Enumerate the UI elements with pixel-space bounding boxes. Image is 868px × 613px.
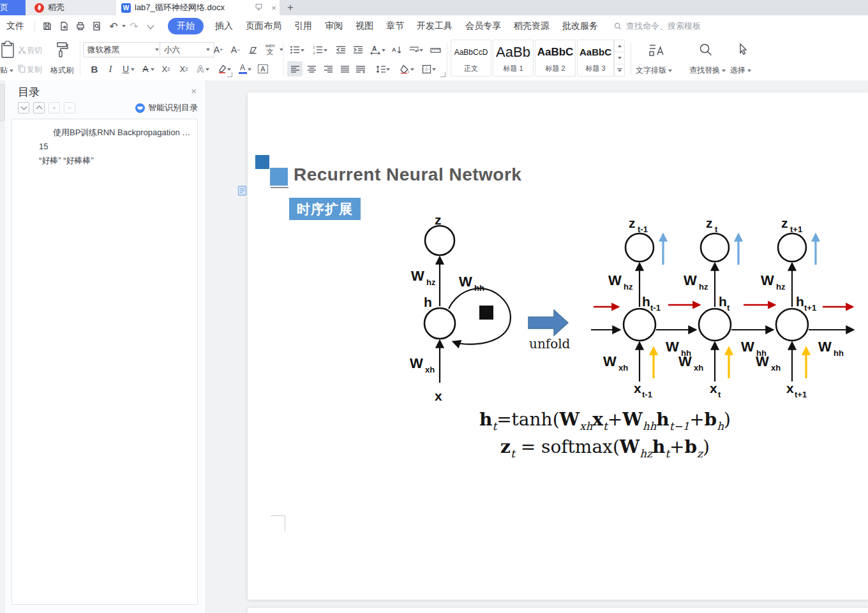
ribbon-tab-page-layout[interactable]: 页面布局: [246, 20, 281, 32]
tab-document[interactable]: W lab7_循环神经网络.docx ×: [116, 0, 280, 15]
format-painter-button[interactable]: 格式刷: [50, 65, 73, 76]
align-left-icon[interactable]: [287, 61, 303, 77]
clear-format-icon[interactable]: [245, 42, 260, 57]
sidebar-collapse-handle[interactable]: [0, 84, 5, 121]
tab-ruler-icon[interactable]: [428, 42, 443, 57]
toc-expand-icon[interactable]: +: [49, 102, 60, 114]
distribute-icon[interactable]: [353, 61, 368, 77]
more-commands-icon[interactable]: [143, 18, 158, 34]
paste-button[interactable]: 贴: [0, 65, 13, 76]
ribbon-tab-review[interactable]: 审阅: [325, 20, 343, 32]
select-tool-icon[interactable]: [734, 41, 752, 59]
save-icon[interactable]: [40, 18, 55, 34]
font-size-select[interactable]: 小六: [160, 42, 214, 57]
command-search[interactable]: 查找命令、搜索模板: [613, 20, 701, 32]
highlight-dropdown-icon[interactable]: [227, 68, 231, 71]
align-right-icon[interactable]: [320, 61, 336, 77]
strikethrough-dropdown-icon[interactable]: [151, 68, 154, 71]
increase-indent-icon[interactable]: [350, 42, 366, 57]
tab-home[interactable]: 首页: [0, 0, 26, 15]
close-tab-icon[interactable]: ×: [268, 3, 280, 13]
export-icon[interactable]: [56, 18, 71, 34]
tab-docer[interactable]: 稻壳: [26, 0, 116, 15]
grow-font-icon[interactable]: A+: [211, 42, 226, 57]
ribbon-tab-correction-service[interactable]: 批改服务: [562, 20, 598, 32]
bullet-dropdown-icon[interactable]: [301, 49, 304, 52]
docer-logo-icon: [34, 3, 44, 13]
pin-tab-icon[interactable]: [253, 3, 264, 13]
superscript-icon[interactable]: X2: [158, 61, 174, 77]
sort-icon[interactable]: A: [389, 42, 405, 57]
toc-next-heading-icon[interactable]: [18, 102, 29, 114]
character-border-icon[interactable]: A: [255, 61, 271, 77]
copy-button[interactable]: 复制: [27, 64, 42, 75]
font-dialog-launcher-icon[interactable]: [227, 72, 232, 77]
borders-dropdown-icon[interactable]: [432, 68, 436, 71]
style-heading3[interactable]: AaBbC 标题 3: [577, 40, 614, 77]
underline-dropdown-icon[interactable]: [131, 68, 135, 71]
paste-options-icon: [237, 185, 247, 196]
styles-scroll-up-icon[interactable]: [614, 40, 625, 52]
bold-icon[interactable]: B: [87, 61, 102, 77]
styles-more-icon[interactable]: [614, 64, 625, 77]
justify-icon[interactable]: [337, 61, 352, 77]
h-node-label: h: [796, 294, 804, 309]
toc-collapse-icon[interactable]: −: [64, 102, 75, 114]
window-tab-bar: 首页 稻壳 W lab7_循环神经网络.docx × +: [0, 0, 868, 15]
phonetic-guide-icon[interactable]: wén 文: [262, 41, 278, 57]
shrink-font-icon[interactable]: A−: [228, 42, 243, 57]
find-replace-icon[interactable]: [697, 41, 715, 59]
decrease-indent-icon[interactable]: [333, 42, 348, 57]
style-heading2-label: 标题 2: [545, 64, 565, 76]
select-tool-button[interactable]: 选择: [730, 65, 751, 76]
line-spacing-dropdown-icon[interactable]: [386, 68, 390, 71]
shading-dropdown-icon[interactable]: [410, 68, 414, 71]
undo-icon[interactable]: ↶: [106, 18, 121, 34]
redo-icon[interactable]: ↷: [126, 18, 142, 34]
italic-icon[interactable]: I: [103, 61, 118, 77]
ribbon-tab-dev-tools[interactable]: 开发工具: [417, 20, 453, 32]
styles-scroll-down-icon[interactable]: [614, 52, 625, 64]
style-normal[interactable]: AaBbCcD 正文: [451, 40, 491, 77]
close-toc-panel-icon[interactable]: ×: [191, 85, 197, 96]
ribbon-tab-docer-resources[interactable]: 稻壳资源: [514, 20, 550, 32]
svg-text:1: 1: [313, 45, 315, 49]
text-effects-dropdown-icon[interactable]: [206, 68, 209, 71]
print-preview-icon[interactable]: [89, 18, 105, 34]
find-replace-button[interactable]: 查找替换: [689, 65, 726, 76]
font-color-dropdown-icon[interactable]: [248, 68, 251, 71]
font-name-select[interactable]: 微软雅黑: [83, 42, 163, 57]
paragraph-dialog-launcher-icon[interactable]: [440, 72, 445, 77]
toc-item[interactable]: 15: [12, 140, 197, 154]
smart-toc-button[interactable]: 智能识别目录: [135, 102, 198, 114]
text-layout-icon[interactable]: [647, 41, 665, 59]
ribbon-tab-home[interactable]: 开始: [168, 18, 204, 34]
subscript-icon[interactable]: X2: [176, 61, 191, 77]
toc-previous-heading-icon[interactable]: [33, 102, 45, 114]
document-page[interactable]: Recurrent Neural Network 时序扩展 z h x: [248, 92, 868, 600]
new-tab-button[interactable]: +: [280, 0, 301, 15]
align-center-icon[interactable]: [304, 61, 319, 77]
print-icon[interactable]: [73, 18, 88, 34]
character-scale-dropdown-icon[interactable]: [382, 49, 385, 52]
toc-item[interactable]: 使用BP训练RNN Backpropagation th ...: [12, 126, 197, 140]
tab-document-label: lab7_循环神经网络.docx: [135, 2, 249, 13]
numbered-dropdown-icon[interactable]: [324, 49, 327, 52]
style-heading1[interactable]: AaBb 标题 1: [493, 40, 534, 77]
whz-sub: hz: [699, 282, 708, 292]
ribbon-tab-membership[interactable]: 会员专享: [465, 20, 501, 32]
format-painter-icon[interactable]: [52, 40, 71, 60]
text-layout-button[interactable]: 文字排版: [636, 65, 672, 76]
character-scale-icon[interactable]: A: [368, 42, 383, 57]
cut-button[interactable]: 剪切: [27, 45, 42, 56]
ribbon-tab-section[interactable]: 章节: [386, 20, 404, 32]
text-direction-dropdown-icon[interactable]: [419, 49, 423, 52]
toc-item[interactable]: “好棒” “好棒棒”: [12, 154, 197, 168]
ribbon-tab-references[interactable]: 引用: [294, 20, 312, 32]
ribbon-tab-insert[interactable]: 插入: [215, 20, 233, 32]
ribbon-tab-view[interactable]: 视图: [355, 20, 373, 32]
style-normal-preview: AaBbCcD: [454, 40, 488, 64]
file-menu[interactable]: 文件: [6, 20, 24, 32]
undo-dropdown-icon[interactable]: [122, 25, 126, 27]
style-heading2[interactable]: AaBbC 标题 2: [535, 40, 576, 77]
